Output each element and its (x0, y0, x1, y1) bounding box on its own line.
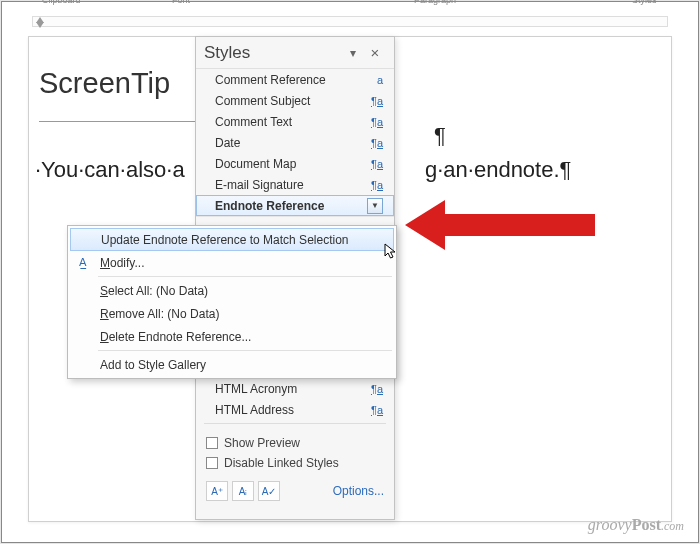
style-item-html-acronym[interactable]: HTML Acronym ¶a (196, 378, 394, 399)
style-item-comment-subject[interactable]: Comment Subject ¶a (196, 90, 394, 111)
menu-label: Modify... (100, 256, 144, 270)
menu-separator (98, 350, 392, 351)
menu-label: Remove All: (No Data) (100, 307, 219, 321)
manage-styles-button[interactable]: A✓ (258, 481, 280, 501)
body-text-right: g·an·endnote.¶ (425, 157, 571, 183)
menu-add-to-gallery[interactable]: Add to Style Gallery (70, 353, 394, 376)
menu-label: Update Endnote Reference to Match Select… (101, 233, 349, 247)
dropdown-icon[interactable]: ▼ (367, 198, 383, 214)
show-preview-checkbox[interactable]: Show Preview (206, 433, 384, 453)
styles-footer: Show Preview Disable Linked Styles (196, 427, 394, 475)
style-item-comment-text[interactable]: Comment Text ¶a (196, 111, 394, 132)
menu-select-all[interactable]: Select All: (No Data) (70, 279, 394, 302)
page-title: ScreenTip (39, 67, 170, 100)
style-item-label: Comment Text (215, 115, 365, 129)
styles-pane-title: Styles (204, 43, 342, 63)
ruler-indent-marker[interactable] (36, 22, 44, 28)
close-icon[interactable]: × (364, 42, 386, 64)
style-marker: a (365, 74, 383, 86)
body-text-left: ·You·can·also·a (35, 157, 185, 183)
checkbox-icon (206, 457, 218, 469)
menu-label: Add to Style Gallery (100, 358, 206, 372)
menu-remove-all[interactable]: Remove All: (No Data) (70, 302, 394, 325)
style-item-html-address[interactable]: HTML Address ¶a (196, 399, 394, 420)
style-marker: ¶a (365, 404, 383, 416)
checkbox-icon (206, 437, 218, 449)
checkbox-label: Disable Linked Styles (224, 456, 339, 470)
menu-separator (98, 276, 392, 277)
options-link[interactable]: Options... (333, 484, 384, 498)
ribbon-label-font: Font (172, 0, 190, 5)
style-marker: ¶a (365, 95, 383, 107)
style-item-document-map[interactable]: Document Map ¶a (196, 153, 394, 174)
app-window: Clipboard Font Paragraph Styles ScreenTi… (1, 1, 699, 543)
checkbox-label: Show Preview (224, 436, 300, 450)
menu-delete[interactable]: Delete Endnote Reference... (70, 325, 394, 348)
watermark-left: groovy (588, 516, 632, 533)
menu-update-to-match[interactable]: Update Endnote Reference to Match Select… (70, 228, 394, 251)
styles-pane-header: Styles ▾ × (196, 37, 394, 69)
style-item-label: E-mail Signature (215, 178, 365, 192)
style-item-label: Date (215, 136, 365, 150)
style-marker: ¶a (365, 116, 383, 128)
divider (204, 423, 386, 424)
style-inspector-button[interactable]: Aᵢ (232, 481, 254, 501)
style-marker: ¶a (365, 137, 383, 149)
watermark-dot: .com (661, 519, 684, 533)
new-style-button[interactable]: A⁺ (206, 481, 228, 501)
title-underline (39, 121, 209, 122)
ribbon-label-styles: Styles (632, 0, 657, 5)
style-item-label: Comment Subject (215, 94, 365, 108)
dropdown-icon[interactable]: ▾ (342, 42, 364, 64)
style-item-label: Document Map (215, 157, 365, 171)
watermark-right: Post (632, 516, 661, 533)
style-item-label: Endnote Reference (215, 199, 365, 213)
ribbon-section-labels: Clipboard Font Paragraph Styles (2, 0, 698, 7)
style-item-comment-reference[interactable]: Comment Reference a (196, 69, 394, 90)
style-context-menu: Update Endnote Reference to Match Select… (67, 225, 397, 379)
style-marker: ¶a (365, 179, 383, 191)
disable-linked-checkbox[interactable]: Disable Linked Styles (206, 453, 384, 473)
ruler[interactable] (32, 16, 668, 27)
ribbon-label-clipboard: Clipboard (42, 0, 81, 5)
style-marker: ¶a (365, 383, 383, 395)
modify-icon: A̲ (74, 253, 92, 271)
style-item-email-signature[interactable]: E-mail Signature ¶a (196, 174, 394, 195)
style-item-label: HTML Address (215, 403, 365, 417)
style-item-label: Comment Reference (215, 73, 365, 87)
style-marker: ¶a (365, 158, 383, 170)
style-item-date[interactable]: Date ¶a (196, 132, 394, 153)
menu-modify[interactable]: A̲ Modify... (70, 251, 394, 274)
style-list: Comment Reference a Comment Subject ¶a C… (196, 69, 394, 216)
paragraph-mark: ¶ (434, 123, 446, 149)
ribbon-label-paragraph: Paragraph (414, 0, 456, 5)
menu-label: Delete Endnote Reference... (100, 330, 251, 344)
styles-footer-toolbar: A⁺ Aᵢ A✓ Options... (196, 475, 394, 507)
style-item-endnote-reference[interactable]: Endnote Reference ▼ (196, 195, 394, 216)
menu-label: Select All: (No Data) (100, 284, 208, 298)
watermark: groovyPost.com (588, 516, 684, 534)
style-item-label: HTML Acronym (215, 382, 365, 396)
